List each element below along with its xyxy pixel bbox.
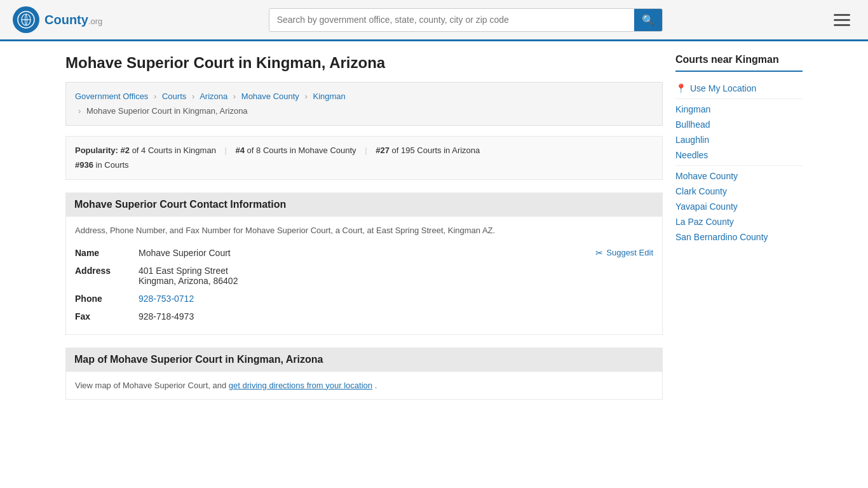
sidebar-item-la-paz-county[interactable]: La Paz County [675,214,803,229]
logo-area: County.org [13,6,102,33]
phone-row: Phone 928-753-0712 [75,290,653,308]
contact-section-body: Address, Phone Number, and Fax Number fo… [65,217,663,335]
sidebar-link-la-paz-county[interactable]: La Paz County [675,217,734,227]
pop-rank-2: #4 [236,146,245,155]
address-label: Address [75,266,139,276]
name-label: Name [75,248,139,258]
pop-context-4: in Courts [96,160,129,170]
fax-row: Fax 928-718-4973 [75,308,653,325]
sidebar-link-mohave-county[interactable]: Mohave County [675,171,738,181]
map-section: Map of Mohave Superior Court in Kingman,… [65,348,663,400]
sidebar-item-mohave-county[interactable]: Mohave County [675,168,803,184]
main-content: Mohave Superior Court in Kingman, Arizon… [65,54,663,412]
menu-button[interactable] [829,11,855,29]
contact-section: Mohave Superior Court Contact Informatio… [65,193,663,335]
sidebar-item-clark-county[interactable]: Clark County [675,184,803,199]
sidebar-link-clark-county[interactable]: Clark County [675,186,727,196]
search-box: 🔍 [269,8,663,32]
phone-label: Phone [75,294,139,304]
phone-link[interactable]: 928-753-0712 [139,294,194,304]
pop-context-3: of 195 Courts in Arizona [392,146,480,155]
breadcrumb-arizona[interactable]: Arizona [200,92,227,101]
pop-rank-3: #27 [376,146,390,155]
sidebar-item-needles[interactable]: Needles [675,147,803,163]
site-header: County.org 🔍 [0,0,868,41]
use-my-location-link[interactable]: Use My Location [690,83,756,93]
address-line2: Kingman, Arizona, 86402 [139,276,238,286]
court-name-value: Mohave Superior Court [139,248,231,258]
sidebar-divider-1 [675,98,803,99]
sidebar-link-san-bernardino-county[interactable]: San Bernardino County [675,232,768,242]
breadcrumb-government-offices[interactable]: Government Offices [75,92,148,101]
sidebar-use-my-location[interactable]: 📍 Use My Location [675,81,803,96]
name-row: Name Mohave Superior Court ✂ Suggest Edi… [75,244,653,262]
contact-description: Address, Phone Number, and Fax Number fo… [75,226,653,235]
location-icon: 📍 [675,83,686,93]
address-row: Address 401 East Spring Street Kingman, … [75,262,653,290]
suggest-edit-link[interactable]: ✂ Suggest Edit [595,248,653,258]
breadcrumb-current: Mohave Superior Court in Kingman, Arizon… [86,106,248,116]
search-area: 🔍 [269,8,663,32]
map-section-body: View map of Mohave Superior Court, and g… [65,372,663,400]
sidebar-item-bullhead[interactable]: Bullhead [675,117,803,132]
map-section-header: Map of Mohave Superior Court in Kingman,… [65,348,663,372]
sidebar-link-kingman[interactable]: Kingman [675,104,710,114]
breadcrumb-mohave-county[interactable]: Mohave County [241,92,299,101]
sidebar-item-laughlin[interactable]: Laughlin [675,132,803,147]
sidebar-divider-2 [675,165,803,166]
page-title: Mohave Superior Court in Kingman, Arizon… [65,54,663,72]
sidebar-link-laughlin[interactable]: Laughlin [675,135,709,145]
sidebar: Courts near Kingman 📍 Use My Location Ki… [675,54,803,412]
fax-label: Fax [75,311,139,322]
search-button[interactable]: 🔍 [634,9,662,31]
pop-rank-1: #2 [121,146,130,155]
sidebar-item-yavapai-county[interactable]: Yavapai County [675,199,803,214]
search-icon: 🔍 [642,15,654,25]
logo-icon [13,6,39,33]
search-input[interactable] [269,9,634,31]
contact-section-header: Mohave Superior Court Contact Informatio… [65,193,663,217]
driving-directions-link[interactable]: get driving directions from your locatio… [229,381,372,390]
breadcrumb-kingman[interactable]: Kingman [313,92,345,101]
pop-rank-4: #936 [75,160,93,170]
sidebar-link-yavapai-county[interactable]: Yavapai County [675,201,738,212]
fax-value: 928-718-4973 [139,311,194,322]
sidebar-item-san-bernardino-county[interactable]: San Bernardino County [675,229,803,245]
sidebar-link-bullhead[interactable]: Bullhead [675,119,710,130]
popularity-bar: Popularity: #2 of 4 Courts in Kingman | … [65,136,663,180]
page-container: Mohave Superior Court in Kingman, Arizon… [53,41,815,425]
map-description: View map of Mohave Superior Court, and g… [75,381,653,390]
edit-icon: ✂ [595,248,603,258]
breadcrumb: Government Offices › Courts › Arizona › … [65,82,663,126]
pop-context-2: of 8 Courts in Mohave County [247,146,356,155]
phone-value: 928-753-0712 [139,294,194,304]
logo-text: County.org [44,13,102,27]
sidebar-title: Courts near Kingman [675,54,803,72]
sidebar-item-kingman[interactable]: Kingman [675,102,803,117]
hamburger-icon [834,14,850,26]
pop-context-1: of 4 Courts in Kingman [132,146,216,155]
breadcrumb-courts[interactable]: Courts [162,92,186,101]
address-line1: 401 East Spring Street [139,266,238,276]
sidebar-link-needles[interactable]: Needles [675,150,708,160]
address-value: 401 East Spring Street Kingman, Arizona,… [139,266,238,286]
